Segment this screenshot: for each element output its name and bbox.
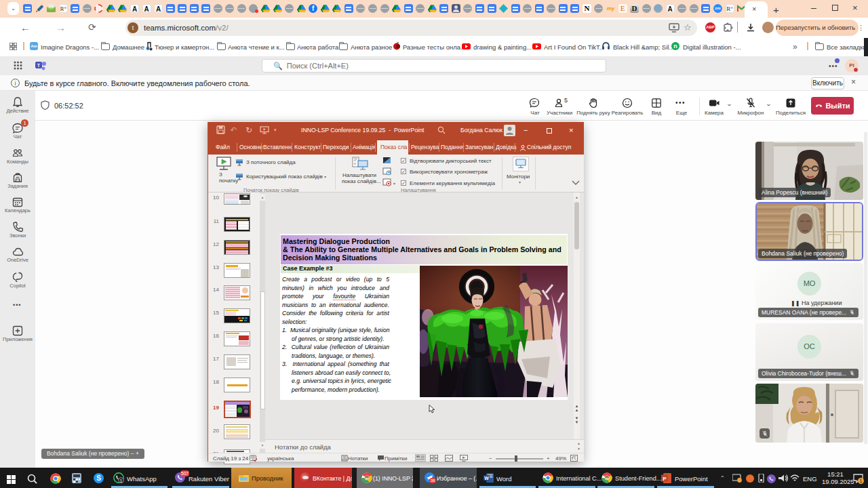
svg-text:W: W (484, 476, 489, 481)
svg-text:P: P (663, 476, 667, 482)
